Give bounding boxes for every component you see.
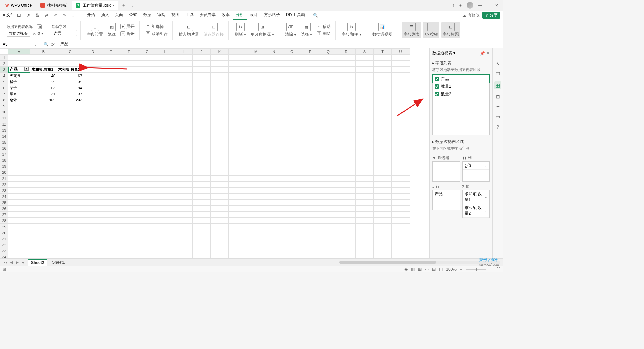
cell[interactable]	[301, 157, 319, 163]
cell[interactable]	[283, 242, 301, 248]
close-icon[interactable]: ✕	[486, 51, 490, 56]
last-sheet-button[interactable]: ⏭	[21, 260, 26, 265]
cell[interactable]	[283, 188, 301, 194]
cell[interactable]	[57, 139, 84, 145]
cell[interactable]	[193, 85, 211, 91]
cell[interactable]	[374, 254, 392, 259]
change-source-button[interactable]: ⊞更改数据源 ▾	[249, 22, 275, 38]
cell[interactable]	[174, 133, 193, 139]
cell[interactable]	[374, 242, 392, 248]
cell[interactable]	[356, 79, 374, 85]
options-button[interactable]: 选项 ▾	[32, 31, 43, 36]
layout2-icon[interactable]: ▤	[432, 267, 436, 272]
cell[interactable]	[211, 115, 229, 121]
cell[interactable]	[84, 194, 102, 200]
cell[interactable]	[337, 200, 356, 206]
cell[interactable]	[138, 109, 156, 115]
cell[interactable]	[211, 109, 229, 115]
cell[interactable]	[229, 85, 247, 91]
cell[interactable]	[120, 188, 138, 194]
modified-indicator[interactable]: ☁ 有修改	[462, 12, 480, 18]
cell[interactable]	[247, 254, 265, 259]
cell[interactable]	[356, 212, 374, 218]
cell[interactable]	[229, 242, 247, 248]
horizontal-scrollbar[interactable]	[339, 261, 500, 264]
cell[interactable]	[374, 188, 392, 194]
pin-icon[interactable]: 📌	[480, 51, 485, 56]
cell[interactable]	[229, 61, 247, 67]
cell[interactable]	[229, 224, 247, 230]
cell[interactable]	[374, 73, 392, 79]
cell[interactable]	[319, 182, 337, 188]
cell[interactable]	[247, 169, 265, 176]
eye-icon[interactable]: ◉	[404, 267, 408, 272]
cell[interactable]	[211, 85, 229, 91]
cell[interactable]	[392, 212, 410, 218]
cell[interactable]	[356, 85, 374, 91]
row-header[interactable]: 24	[0, 194, 8, 200]
column-header[interactable]: Q	[319, 49, 337, 55]
cell[interactable]	[374, 218, 392, 224]
cell[interactable]: 46	[30, 73, 57, 79]
cell[interactable]	[102, 109, 120, 115]
cell[interactable]	[283, 97, 301, 103]
rows-area[interactable]: 产品⌄	[432, 190, 460, 210]
cell[interactable]	[57, 236, 84, 242]
cell[interactable]	[319, 91, 337, 97]
cell[interactable]	[84, 176, 102, 182]
field-checkbox[interactable]	[435, 84, 439, 89]
cell[interactable]	[374, 127, 392, 133]
cell[interactable]	[392, 254, 410, 259]
cell[interactable]: 94	[57, 85, 84, 91]
cell[interactable]	[138, 67, 156, 73]
cell[interactable]	[102, 61, 120, 67]
cell[interactable]	[229, 157, 247, 163]
cell[interactable]	[174, 200, 193, 206]
more-icon[interactable]: ⋯	[496, 134, 500, 140]
search-icon[interactable]: 🔍	[313, 13, 318, 18]
cell[interactable]	[247, 133, 265, 139]
cell[interactable]	[265, 206, 283, 212]
select-all-corner[interactable]	[0, 49, 8, 55]
cell[interactable]	[374, 85, 392, 91]
cell[interactable]	[301, 133, 319, 139]
cell[interactable]	[319, 254, 337, 259]
cell[interactable]	[84, 242, 102, 248]
cell[interactable]	[84, 182, 102, 188]
filter-area[interactable]	[432, 161, 460, 182]
cell[interactable]	[374, 61, 392, 67]
cell[interactable]	[193, 236, 211, 242]
cell[interactable]	[8, 109, 30, 115]
cell[interactable]	[392, 121, 410, 127]
cell[interactable]	[265, 169, 283, 176]
cell[interactable]	[392, 169, 410, 176]
cell[interactable]	[102, 188, 120, 194]
cell[interactable]: 165	[30, 97, 57, 103]
cell[interactable]	[283, 127, 301, 133]
cell[interactable]	[265, 242, 283, 248]
cell[interactable]	[30, 230, 57, 236]
cell[interactable]	[301, 200, 319, 206]
cell[interactable]	[30, 151, 57, 157]
cell[interactable]	[84, 61, 102, 67]
cell[interactable]	[337, 61, 356, 67]
cell[interactable]	[265, 103, 283, 109]
cell[interactable]	[337, 67, 356, 73]
cell[interactable]	[84, 97, 102, 103]
cell[interactable]	[374, 157, 392, 163]
cell[interactable]	[392, 127, 410, 133]
cell[interactable]: 63	[30, 85, 57, 91]
cell[interactable]	[392, 145, 410, 151]
cell[interactable]	[57, 109, 84, 115]
cell[interactable]	[265, 79, 283, 85]
cell[interactable]	[301, 224, 319, 230]
cell[interactable]	[319, 121, 337, 127]
cell[interactable]	[120, 157, 138, 163]
cell[interactable]	[265, 224, 283, 230]
column-header[interactable]: O	[283, 49, 301, 55]
cell[interactable]	[156, 254, 174, 259]
cell[interactable]	[211, 236, 229, 242]
minimize-button[interactable]: —	[478, 3, 482, 8]
cell[interactable]	[138, 188, 156, 194]
cell[interactable]	[120, 206, 138, 212]
